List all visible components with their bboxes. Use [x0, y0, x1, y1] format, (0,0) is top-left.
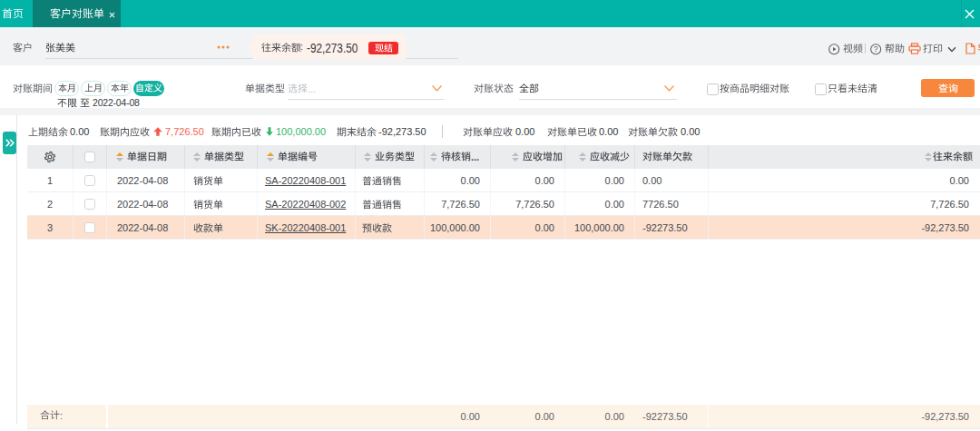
svg-text:?: ? — [874, 44, 878, 54]
